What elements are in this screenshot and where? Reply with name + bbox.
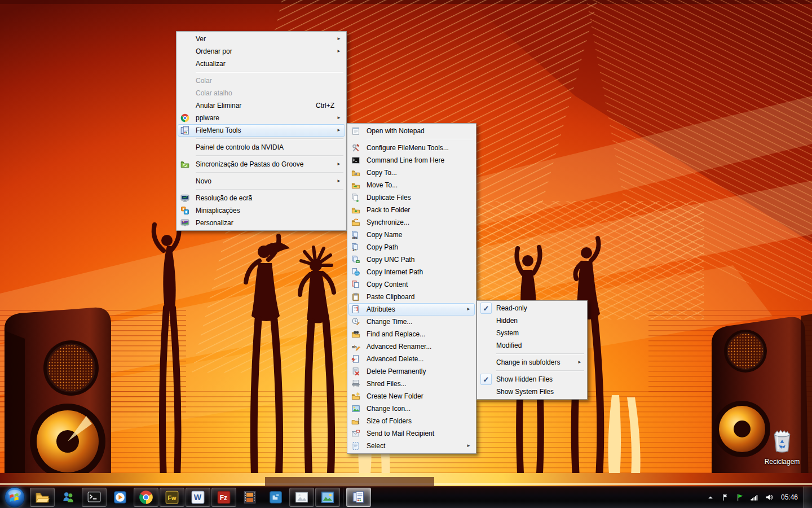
menu-item-label: Create New Folder	[367, 392, 423, 400]
flag-green-icon[interactable]	[735, 493, 744, 502]
menu-item-command-line-from-here[interactable]: Command Line from Here	[348, 154, 475, 167]
menu-item-actualizar[interactable]: Actualizar	[178, 58, 345, 70]
menu-item-system[interactable]: System	[478, 327, 586, 339]
menu-item-label: Copy Content	[367, 281, 408, 288]
taskbar-button-image-viewer[interactable]	[289, 488, 314, 507]
taskbar-button-word[interactable]: W	[186, 488, 210, 507]
menu-item-synchronize[interactable]: Synchronize...	[348, 216, 475, 229]
menu-item-show-hidden-files[interactable]: ✓Show Hidden Files	[478, 373, 586, 386]
menu-item-advanced-delete[interactable]: Advanced Delete...	[348, 353, 475, 365]
menu-item-anular-eliminar[interactable]: Anular EliminarCtrl+Z	[178, 99, 345, 112]
menu-item-label: Command Line from Here	[367, 156, 444, 164]
taskbar-button-explorer[interactable]	[30, 488, 55, 507]
personalize-icon	[180, 218, 189, 227]
menu-item-pplware[interactable]: pplware►	[178, 112, 345, 124]
menu-item-shred-files[interactable]: Shred Files...	[348, 378, 475, 390]
taskbar-button-chrome[interactable]	[134, 488, 158, 507]
menu-item-find-and-replace[interactable]: Find and Replace...	[348, 328, 475, 340]
flag-white-icon[interactable]	[721, 493, 730, 502]
taskbar-divider	[343, 487, 343, 507]
menu-item-create-new-folder[interactable]: Create New Folder	[348, 390, 475, 402]
menu-item-move-to[interactable]: Move To...	[348, 179, 475, 191]
caret-up-icon[interactable]	[706, 493, 715, 502]
cmdline-icon	[351, 156, 360, 165]
menu-item-colar-atalho[interactable]: Colar atalho	[178, 87, 345, 99]
taskbar-button-blue-app[interactable]	[263, 488, 288, 507]
groove-icon	[180, 160, 189, 169]
menu-item-delete-permanently[interactable]: Delete Permanently	[348, 365, 475, 378]
blank-icon	[180, 177, 189, 186]
menu-item-resolu-o-de-ecr[interactable]: Resolução de ecrã	[178, 192, 345, 204]
menu-item-read-only[interactable]: ✓Read-only	[478, 302, 586, 314]
menu-item-attributes[interactable]: Attributes►	[348, 303, 475, 316]
menu-item-size-of-folders[interactable]: Size of Folders	[348, 415, 475, 427]
menu-item-pack-to-folder[interactable]: Pack to Folder	[348, 204, 475, 216]
taskbar-button-filemenu-doc[interactable]	[346, 488, 371, 507]
taskbar-button-filezilla[interactable]: Fz	[211, 488, 236, 507]
menu-item-label: Colar	[196, 77, 212, 85]
desktop-context-menu: Ver►Ordenar por►ActualizarColarColar ata…	[176, 31, 347, 231]
menu-item-label: Duplicate Files	[367, 194, 411, 202]
taskbar-button-movie-maker[interactable]	[237, 488, 262, 507]
taskbar-button-picture-frame[interactable]	[315, 488, 340, 507]
menu-item-change-time[interactable]: Change Time...	[348, 316, 475, 328]
shred-icon	[351, 379, 360, 388]
taskbar-button-cmd[interactable]	[82, 488, 107, 507]
checkmark-icon: ✓	[480, 374, 492, 385]
menu-item-change-in-subfolders[interactable]: Change in subfolders►	[478, 356, 586, 369]
taskbar-clock[interactable]: 05:46	[776, 493, 804, 501]
menu-item-ordenar-por[interactable]: Ordenar por►	[178, 45, 345, 58]
menu-item-advanced-renamer[interactable]: abAdvanced Renamer...	[348, 340, 475, 353]
menu-item-copy-internet-path[interactable]: Copy Internet Path	[348, 266, 475, 278]
menu-item-label: Change Icon...	[367, 405, 411, 413]
blank-icon	[180, 59, 189, 68]
taskbar-buttons: FwWFz	[29, 487, 372, 508]
menu-separator	[496, 353, 584, 354]
menu-item-label: Copy Path	[367, 243, 398, 251]
menu-item-ver[interactable]: Ver►	[178, 33, 345, 45]
menu-item-copy-unc-path[interactable]: Copy UNC Path	[348, 253, 475, 266]
menu-item-copy-content[interactable]: Copy Content	[348, 278, 475, 291]
menu-item-personalizar[interactable]: Personalizar	[178, 217, 345, 229]
signal-icon[interactable]	[750, 493, 759, 502]
submenu-arrow-icon: ►	[466, 444, 471, 448]
menu-item-paste-clipboard[interactable]: Paste Clipboard	[348, 291, 475, 303]
recycle-bin[interactable]: Reciclagem	[761, 427, 803, 466]
left-speaker	[5, 308, 111, 481]
menu-item-select[interactable]: Select►	[348, 440, 475, 452]
submenu-arrow-icon: ►	[337, 128, 341, 133]
taskbar-button-media-player[interactable]	[108, 488, 133, 507]
menu-item-label: Send to Mail Recipient	[367, 430, 434, 437]
chrome-icon	[180, 113, 189, 122]
submenu-arrow-icon: ►	[466, 307, 471, 312]
menu-item-copy-path[interactable]: a:\Copy Path	[348, 241, 475, 253]
menu-item-send-to-mail-recipient[interactable]: Send to Mail Recipient	[348, 427, 475, 440]
menu-item-colar[interactable]: Colar	[178, 75, 345, 87]
taskbar-button-people[interactable]	[56, 488, 81, 507]
submenu-arrow-icon: ►	[337, 116, 341, 120]
menu-item-change-icon[interactable]: Change Icon...	[348, 402, 475, 415]
menu-item-label: Painel de controlo da NVIDIA	[196, 143, 284, 151]
menu-item-novo[interactable]: Novo►	[178, 175, 345, 187]
menu-item-label: Hidden	[496, 317, 518, 325]
menu-item-show-system-files[interactable]: Show System Files	[478, 386, 586, 398]
volume-icon[interactable]	[765, 493, 774, 502]
svg-text:abc: abc	[352, 236, 358, 239]
menu-item-duplicate-files[interactable]: Duplicate Files	[348, 191, 475, 204]
menu-item-copy-name[interactable]: abcCopy Name	[348, 229, 475, 241]
menu-item-open-with-notepad[interactable]: Open with Notepad	[348, 125, 475, 137]
menu-item-hidden[interactable]: Hidden	[478, 314, 586, 327]
menu-item-modified[interactable]: Modified	[478, 339, 586, 352]
taskbar-button-fireworks[interactable]: Fw	[160, 488, 184, 507]
menu-item-miniaplica-es[interactable]: Miniaplicações	[178, 204, 345, 217]
menu-item-copy-to[interactable]: Copy To...	[348, 167, 475, 179]
menu-item-filemenu-tools[interactable]: FileMenu Tools►	[178, 124, 345, 137]
menu-item-configure-filemenu-tools[interactable]: Configure FileMenu Tools...	[348, 142, 475, 154]
menu-item-painel-de-controlo-da-nvidia[interactable]: Painel de controlo da NVIDIA	[178, 141, 345, 154]
sendmail-icon	[351, 429, 360, 438]
menu-item-sincroniza-o-de-pastas-do-groove[interactable]: Sincronização de Pastas do Groove►	[178, 158, 345, 170]
menu-item-label: Copy UNC Path	[367, 256, 414, 264]
start-button[interactable]	[0, 487, 29, 508]
menu-item-label: pplware	[196, 114, 219, 122]
show-desktop-button[interactable]	[804, 487, 812, 508]
